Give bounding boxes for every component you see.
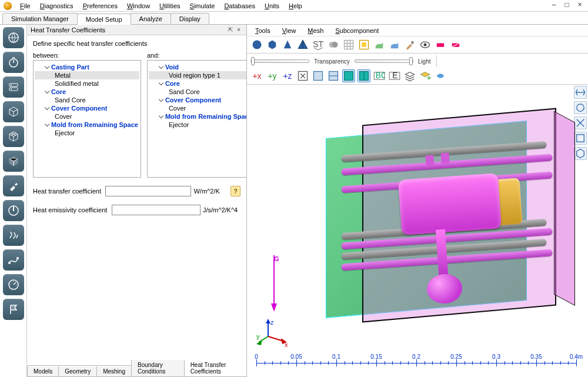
heatwave-icon[interactable] [3,225,24,246]
tree-group[interactable]: Void [149,63,246,71]
vp-menu-view[interactable]: View [278,26,301,35]
brush-icon[interactable] [403,38,416,51]
panel-pin-icon[interactable]: ⇱ [226,26,235,33]
eraser2-icon[interactable] [449,38,462,51]
transparency-slider[interactable] [250,59,309,63]
clip1-icon[interactable] [312,69,325,82]
light-slider[interactable] [355,59,413,63]
tab-model-setup[interactable]: Model Setup [77,14,131,25]
htc-input[interactable] [105,186,191,196]
tree-item[interactable]: Ejector [149,121,246,129]
3d-canvas[interactable]: G z x y 00.050.1 [247,85,588,377]
menu-diagnostics[interactable]: Diagnostics [35,1,78,11]
probe-icon[interactable] [3,175,24,196]
tree-group[interactable]: Mold from Remaining Space [35,121,139,129]
sphere-icon[interactable] [250,38,263,51]
panel-close-icon[interactable]: × [235,26,243,33]
paint2-icon[interactable] [388,38,401,51]
box3d-icon[interactable] [3,101,24,122]
btab-models[interactable]: Models [27,366,59,377]
vp-menu-tools[interactable]: Tools [250,26,275,35]
power-icon[interactable] [3,200,24,221]
pyramid-icon[interactable] [296,38,309,51]
grid-select-icon[interactable] [342,38,355,51]
tree-item[interactable]: Sand Core [35,96,139,104]
tree-item[interactable]: Ejector [35,129,139,137]
menu-window[interactable]: Window [122,1,155,11]
tag-e-icon[interactable]: E [388,69,401,82]
tree-group[interactable]: Core [149,79,246,88]
rt-tool-2[interactable] [574,101,587,114]
add-layer-icon[interactable]: + [419,69,432,82]
menu-help[interactable]: Help [284,1,307,11]
menu-databases[interactable]: Databases [219,1,260,11]
btab-meshing[interactable]: Meshing [96,366,132,377]
tree-group[interactable]: Cover Component [149,96,246,104]
section1-icon[interactable] [358,69,370,82]
rt-tool-4[interactable] [574,132,587,145]
svg-point-4 [11,85,12,86]
rt-tool-5[interactable] [574,147,587,160]
tab-display[interactable]: Display [171,13,209,24]
rt-tool-3[interactable] [574,116,587,129]
server-icon[interactable] [3,76,24,98]
tab-simulation-manager[interactable]: Simulation Manager [2,13,78,24]
htc-help-icon[interactable]: ? [230,186,240,196]
menu-simulate[interactable]: Simulate [185,1,220,11]
flag-icon[interactable] [3,299,24,320]
cube-icon[interactable] [266,38,279,51]
tree-item[interactable]: Metal [35,71,139,79]
and-tree[interactable]: VoidVoid region type 1CoreSand CoreCover… [147,60,246,178]
clip2-icon[interactable] [327,69,340,82]
transparency-label: Transparency [314,58,350,65]
btab-geometry[interactable]: Geometry [58,366,97,377]
tree-group[interactable]: Cover Component [35,104,139,112]
close-button[interactable]: × [574,1,586,9]
shaded-cube-icon[interactable] [3,151,24,172]
tree-item[interactable]: Solidified metal [35,79,139,88]
grid-target-icon[interactable] [358,38,370,51]
vp-menu-mesh[interactable]: Mesh [303,26,328,35]
menu-utilities[interactable]: Utilities [155,1,185,11]
stl-icon[interactable]: STL [312,38,325,51]
tree-item[interactable]: Void region type 1 [149,71,246,79]
svg-marker-40 [271,303,277,312]
spline-icon[interactable] [3,249,24,271]
dial-icon[interactable] [3,274,24,295]
ruler-tick-label: 0.05 [290,353,302,360]
stopwatch-icon[interactable] [3,52,24,73]
axis-y-icon[interactable]: +y [266,69,279,82]
tree-item[interactable]: Cover [35,112,139,121]
mesh-cube-icon[interactable] [3,126,24,147]
paint-icon[interactable] [373,38,386,51]
menu-units[interactable]: Units [260,1,284,11]
eye-icon[interactable] [419,38,432,51]
tree-group[interactable]: Core [35,88,139,96]
eraser-icon[interactable] [434,38,447,51]
tree-group[interactable]: Mold from Remaining Space [149,112,246,121]
vp-menu-subcomponent[interactable]: Subcomponent [330,26,383,35]
btab-heat-transfer-coefficients[interactable]: Heat Transfer Coefficients [184,360,247,377]
btab-boundary-conditions[interactable]: Boundary Conditions [131,360,185,377]
axis-z-icon[interactable]: +z [281,69,294,82]
between-tree[interactable]: Casting PartMetalSolidified metalCoreSan… [33,60,141,178]
rt-tool-1[interactable] [574,86,587,99]
tag-bc-icon[interactable]: BC [373,69,386,82]
clip3-icon[interactable] [342,69,355,82]
tree-group[interactable]: Casting Part [35,63,139,71]
cone-icon[interactable] [281,38,294,51]
assembly-icon[interactable] [327,38,340,51]
clear-icon[interactable] [434,69,447,82]
layers-icon[interactable] [403,69,416,82]
minimize-button[interactable]: – [548,1,560,9]
menu-preferences[interactable]: Preferences [78,1,122,11]
maximize-button[interactable]: □ [561,1,573,9]
fit-icon[interactable] [296,69,309,82]
globe-icon[interactable] [3,27,24,48]
axis-x-icon[interactable]: +x [250,69,263,82]
tab-analyze[interactable]: Analyze [131,13,171,24]
menu-file[interactable]: File [15,1,35,11]
tree-item[interactable]: Sand Core [149,88,246,96]
tree-item[interactable]: Cover [149,104,246,112]
hec-input[interactable] [112,205,201,215]
